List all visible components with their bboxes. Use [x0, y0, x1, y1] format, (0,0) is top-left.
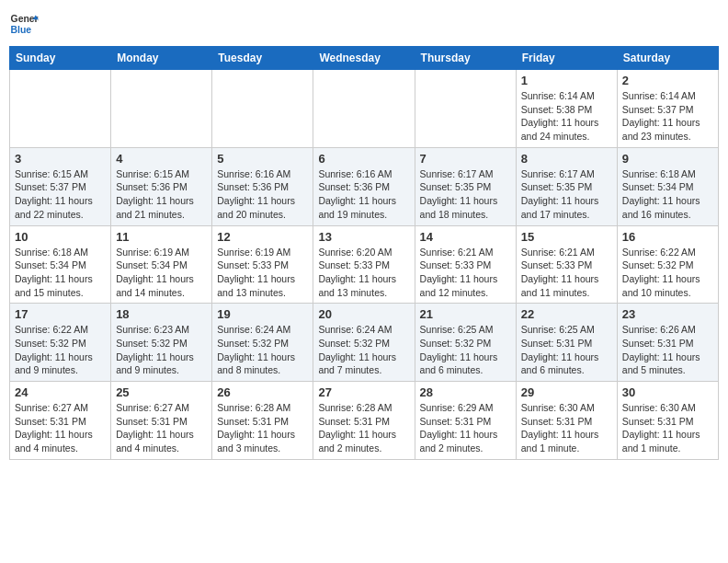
- day-number: 5: [217, 152, 308, 166]
- day-number: 22: [521, 307, 612, 321]
- day-number: 28: [420, 385, 511, 399]
- logo: General Blue: [9, 9, 39, 39]
- day-number: 23: [622, 307, 713, 321]
- calendar-cell: 19Sunrise: 6:24 AM Sunset: 5:32 PM Dayli…: [212, 304, 313, 382]
- calendar-body: 1Sunrise: 6:14 AM Sunset: 5:38 PM Daylig…: [10, 70, 719, 460]
- day-number: 15: [521, 230, 612, 244]
- calendar-weekday-thursday: Thursday: [415, 47, 516, 70]
- calendar-cell: 23Sunrise: 6:26 AM Sunset: 5:31 PM Dayli…: [617, 304, 718, 382]
- calendar-weekday-friday: Friday: [516, 47, 617, 70]
- day-info: Sunrise: 6:23 AM Sunset: 5:32 PM Dayligh…: [116, 323, 207, 377]
- day-number: 24: [15, 385, 106, 399]
- calendar-weekday-monday: Monday: [111, 47, 212, 70]
- day-number: 26: [217, 385, 308, 399]
- calendar-cell: 25Sunrise: 6:27 AM Sunset: 5:31 PM Dayli…: [111, 382, 212, 460]
- calendar-cell: 12Sunrise: 6:19 AM Sunset: 5:33 PM Dayli…: [212, 225, 313, 304]
- day-info: Sunrise: 6:24 AM Sunset: 5:32 PM Dayligh…: [217, 323, 308, 377]
- calendar-week-2: 3Sunrise: 6:15 AM Sunset: 5:37 PM Daylig…: [10, 147, 719, 225]
- day-info: Sunrise: 6:20 AM Sunset: 5:33 PM Dayligh…: [318, 246, 409, 300]
- day-info: Sunrise: 6:24 AM Sunset: 5:32 PM Dayligh…: [318, 323, 409, 377]
- day-info: Sunrise: 6:16 AM Sunset: 5:36 PM Dayligh…: [217, 167, 308, 222]
- calendar-weekday-wednesday: Wednesday: [313, 47, 415, 70]
- calendar-cell: 29Sunrise: 6:30 AM Sunset: 5:31 PM Dayli…: [516, 382, 617, 460]
- calendar-cell: 17Sunrise: 6:22 AM Sunset: 5:32 PM Dayli…: [10, 304, 111, 382]
- day-info: Sunrise: 6:30 AM Sunset: 5:31 PM Dayligh…: [521, 401, 612, 455]
- calendar-weekday-tuesday: Tuesday: [212, 47, 313, 70]
- day-number: 14: [420, 230, 511, 244]
- day-info: Sunrise: 6:21 AM Sunset: 5:33 PM Dayligh…: [420, 246, 511, 300]
- calendar-cell: 24Sunrise: 6:27 AM Sunset: 5:31 PM Dayli…: [10, 382, 111, 460]
- calendar-cell: 16Sunrise: 6:22 AM Sunset: 5:32 PM Dayli…: [617, 225, 718, 304]
- calendar-cell: 8Sunrise: 6:17 AM Sunset: 5:35 PM Daylig…: [516, 147, 617, 225]
- day-info: Sunrise: 6:28 AM Sunset: 5:31 PM Dayligh…: [318, 401, 409, 455]
- page-header: General Blue: [9, 9, 719, 39]
- day-info: Sunrise: 6:17 AM Sunset: 5:35 PM Dayligh…: [420, 167, 511, 222]
- calendar-cell: 5Sunrise: 6:16 AM Sunset: 5:36 PM Daylig…: [212, 147, 313, 225]
- calendar-weekday-saturday: Saturday: [617, 47, 718, 70]
- calendar-weekday-sunday: Sunday: [10, 47, 111, 70]
- calendar-cell: 22Sunrise: 6:25 AM Sunset: 5:31 PM Dayli…: [516, 304, 617, 382]
- calendar-cell: [10, 70, 111, 148]
- day-info: Sunrise: 6:21 AM Sunset: 5:33 PM Dayligh…: [521, 246, 612, 300]
- day-number: 4: [116, 152, 207, 166]
- day-info: Sunrise: 6:17 AM Sunset: 5:35 PM Dayligh…: [521, 167, 612, 222]
- day-number: 12: [217, 230, 308, 244]
- day-info: Sunrise: 6:15 AM Sunset: 5:36 PM Dayligh…: [116, 167, 207, 222]
- calendar-table: SundayMondayTuesdayWednesdayThursdayFrid…: [9, 46, 719, 460]
- day-info: Sunrise: 6:18 AM Sunset: 5:34 PM Dayligh…: [622, 167, 713, 222]
- day-number: 10: [15, 230, 106, 244]
- day-info: Sunrise: 6:25 AM Sunset: 5:31 PM Dayligh…: [521, 323, 612, 377]
- calendar-cell: 4Sunrise: 6:15 AM Sunset: 5:36 PM Daylig…: [111, 147, 212, 225]
- calendar-cell: 18Sunrise: 6:23 AM Sunset: 5:32 PM Dayli…: [111, 304, 212, 382]
- day-info: Sunrise: 6:28 AM Sunset: 5:31 PM Dayligh…: [217, 401, 308, 455]
- day-number: 3: [15, 152, 106, 166]
- day-number: 9: [622, 152, 713, 166]
- calendar-cell: [313, 70, 415, 148]
- day-info: Sunrise: 6:15 AM Sunset: 5:37 PM Dayligh…: [15, 167, 106, 222]
- day-number: 8: [521, 152, 612, 166]
- day-info: Sunrise: 6:19 AM Sunset: 5:34 PM Dayligh…: [116, 246, 207, 300]
- day-number: 17: [15, 307, 106, 321]
- day-number: 1: [521, 74, 612, 87]
- day-number: 29: [521, 385, 612, 399]
- day-number: 19: [217, 307, 308, 321]
- day-number: 11: [116, 230, 207, 244]
- day-info: Sunrise: 6:14 AM Sunset: 5:38 PM Dayligh…: [521, 89, 612, 144]
- svg-text:Blue: Blue: [11, 25, 32, 35]
- day-number: 27: [318, 385, 409, 399]
- calendar-cell: [111, 70, 212, 148]
- calendar-cell: 27Sunrise: 6:28 AM Sunset: 5:31 PM Dayli…: [313, 382, 415, 460]
- calendar-week-1: 1Sunrise: 6:14 AM Sunset: 5:38 PM Daylig…: [10, 70, 719, 148]
- day-number: 7: [420, 152, 511, 166]
- calendar-week-3: 10Sunrise: 6:18 AM Sunset: 5:34 PM Dayli…: [10, 225, 719, 304]
- day-number: 16: [622, 230, 713, 244]
- day-info: Sunrise: 6:27 AM Sunset: 5:31 PM Dayligh…: [116, 401, 207, 455]
- calendar-cell: [212, 70, 313, 148]
- day-info: Sunrise: 6:30 AM Sunset: 5:31 PM Dayligh…: [622, 401, 713, 455]
- calendar-cell: 20Sunrise: 6:24 AM Sunset: 5:32 PM Dayli…: [313, 304, 415, 382]
- calendar-cell: 15Sunrise: 6:21 AM Sunset: 5:33 PM Dayli…: [516, 225, 617, 304]
- calendar-cell: 9Sunrise: 6:18 AM Sunset: 5:34 PM Daylig…: [617, 147, 718, 225]
- day-info: Sunrise: 6:22 AM Sunset: 5:32 PM Dayligh…: [15, 323, 106, 377]
- day-info: Sunrise: 6:14 AM Sunset: 5:37 PM Dayligh…: [622, 89, 713, 144]
- day-info: Sunrise: 6:18 AM Sunset: 5:34 PM Dayligh…: [15, 246, 106, 300]
- calendar-cell: [415, 70, 516, 148]
- calendar-week-4: 17Sunrise: 6:22 AM Sunset: 5:32 PM Dayli…: [10, 304, 719, 382]
- day-info: Sunrise: 6:27 AM Sunset: 5:31 PM Dayligh…: [15, 401, 106, 455]
- calendar-cell: 28Sunrise: 6:29 AM Sunset: 5:31 PM Dayli…: [415, 382, 516, 460]
- day-number: 13: [318, 230, 409, 244]
- day-info: Sunrise: 6:22 AM Sunset: 5:32 PM Dayligh…: [622, 246, 713, 300]
- calendar-cell: 3Sunrise: 6:15 AM Sunset: 5:37 PM Daylig…: [10, 147, 111, 225]
- calendar-cell: 10Sunrise: 6:18 AM Sunset: 5:34 PM Dayli…: [10, 225, 111, 304]
- calendar-cell: 7Sunrise: 6:17 AM Sunset: 5:35 PM Daylig…: [415, 147, 516, 225]
- day-info: Sunrise: 6:26 AM Sunset: 5:31 PM Dayligh…: [622, 323, 713, 377]
- day-number: 25: [116, 385, 207, 399]
- day-info: Sunrise: 6:29 AM Sunset: 5:31 PM Dayligh…: [420, 401, 511, 455]
- calendar-cell: 30Sunrise: 6:30 AM Sunset: 5:31 PM Dayli…: [617, 382, 718, 460]
- day-info: Sunrise: 6:19 AM Sunset: 5:33 PM Dayligh…: [217, 246, 308, 300]
- calendar-week-5: 24Sunrise: 6:27 AM Sunset: 5:31 PM Dayli…: [10, 382, 719, 460]
- day-number: 6: [318, 152, 409, 166]
- day-number: 2: [622, 74, 713, 87]
- day-number: 18: [116, 307, 207, 321]
- day-number: 21: [420, 307, 511, 321]
